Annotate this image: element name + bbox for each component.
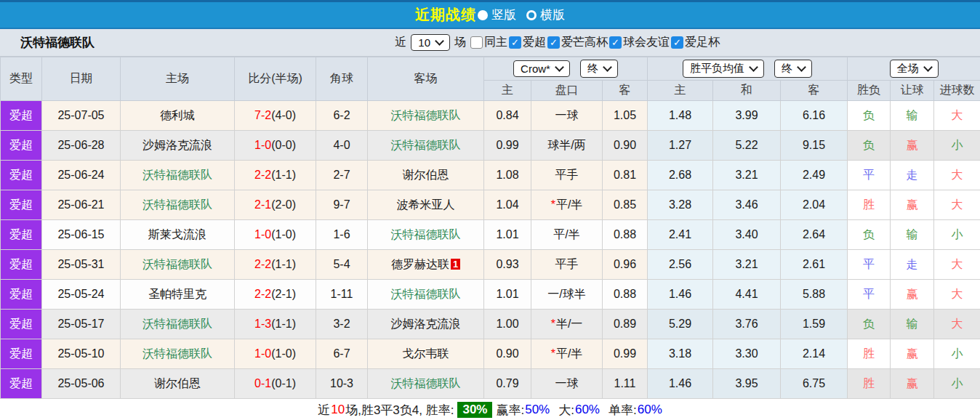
filter-checkbox-checked[interactable]: ✓	[671, 36, 683, 49]
handicap-result-text: 输	[907, 228, 918, 241]
filter-checkbox-label[interactable]: 爱芒高杯	[561, 35, 608, 50]
filter-checkbox-checked[interactable]: ✓	[547, 36, 560, 49]
subheader-asia-home: 主	[484, 81, 531, 101]
europe-odds-time-select[interactable]: 终	[774, 60, 812, 78]
handicap-away-odds-cell: 0.85	[603, 190, 648, 220]
handicap-result-text: 走	[907, 169, 918, 181]
team-name-text: 沃特福德联队	[391, 139, 461, 151]
handicap-home-odds-cell: 0.99	[484, 131, 531, 161]
avg-draw-odds-cell: 3.21	[713, 161, 781, 190]
handicap-line-text: 平/半	[556, 347, 582, 360]
handicap-result-cell: 赢	[891, 280, 934, 310]
europe-odds-time-value: 终	[782, 62, 792, 76]
scope-select-value: 全场	[897, 62, 919, 76]
scope-select[interactable]: 全场	[890, 60, 939, 78]
match-result-text: 负	[863, 228, 875, 241]
handicap-result-cell: 赢	[891, 131, 934, 161]
chevron-down-icon	[923, 62, 933, 72]
match-result-text: 负	[863, 318, 875, 330]
subheader-europe-draw: 和	[713, 81, 781, 101]
date-cell: 25-05-17	[42, 310, 121, 339]
fulltime-score: 2-2	[254, 258, 271, 270]
team-name-text: 沙姆洛克流浪	[142, 139, 212, 151]
away-team-cell: 沃特福德联队	[368, 101, 484, 131]
fulltime-score: 1-3	[254, 318, 271, 330]
handicap-away-odds-cell: 0.88	[603, 220, 648, 250]
filter-checkbox-label[interactable]: 球会友谊	[623, 35, 670, 50]
goals-result-text: 大	[952, 258, 963, 270]
score-cell: 1-0(1-0)	[235, 220, 316, 250]
away-team-cell: 沃特福德联队	[368, 369, 484, 399]
halftime-score: (1-1)	[271, 258, 296, 270]
handicap-result-text: 赢	[907, 198, 918, 211]
handicap-line-cell: *平/半	[531, 339, 603, 369]
win-odds-label: 赢率:	[496, 402, 524, 419]
result-group-header: 全场	[848, 57, 980, 81]
score-cell: 1-3(1-1)	[235, 310, 316, 339]
filter-checkbox-unchecked[interactable]	[470, 36, 483, 49]
match-row: 爱超25-05-24圣帕特里克2-2(2-1)1-11沃特福德联队1.01一/球…	[1, 280, 980, 310]
big-label: 大:	[558, 402, 574, 419]
vertical-layout-radio[interactable]	[478, 10, 488, 20]
handicap-away-odds-cell: 0.81	[603, 161, 648, 190]
match-result-text: 平	[863, 258, 875, 270]
avg-home-odds-cell: 2.68	[648, 161, 713, 190]
team-name: 沃特福德联队	[20, 34, 95, 51]
goals-result-text: 小	[952, 347, 963, 360]
chevron-down-icon	[603, 62, 612, 72]
filter-checkbox-checked[interactable]: ✓	[509, 36, 521, 49]
away-team-cell: 沃特福德联队	[368, 131, 484, 161]
handicap-line-text: 平/半	[553, 228, 579, 241]
filter-checkbox-label[interactable]: 同主	[484, 35, 507, 50]
away-team-cell: 沃特福德联队	[368, 280, 484, 310]
handicap-result-cell: 输	[891, 101, 934, 131]
rounds-select-value: 10	[418, 36, 430, 49]
avg-home-odds-cell: 1.27	[648, 131, 713, 161]
goals-result-cell: 大	[934, 250, 980, 280]
handicap-home-odds-cell: 1.00	[484, 310, 531, 339]
halftime-score: (1-1)	[271, 169, 296, 181]
summary-detail: 场,胜3平3负4, 胜率:	[345, 402, 454, 419]
fulltime-score: 0-1	[254, 377, 271, 389]
avg-home-odds-cell: 2.41	[648, 220, 713, 250]
asia-odds-time-value: 终	[587, 62, 598, 76]
handicap-away-odds-cell: 0.90	[603, 131, 648, 161]
halftime-score: (1-0)	[271, 228, 296, 241]
corner-cell: 3-2	[316, 310, 368, 339]
horizontal-layout-radio[interactable]	[526, 10, 537, 20]
match-row: 爱超25-06-28沙姆洛克流浪1-0(0-0)4-0沃特福德联队0.99球半/…	[1, 131, 980, 161]
handicap-away-odds-cell: 0.96	[603, 250, 648, 280]
goals-result-cell: 大	[934, 101, 980, 131]
asia-odds-time-select[interactable]: 终	[580, 60, 618, 78]
date-cell: 25-07-05	[42, 101, 121, 131]
fulltime-score: 2-2	[254, 169, 271, 181]
handicap-away-odds-cell: 0.99	[603, 339, 648, 369]
bookmaker-select[interactable]: Crow*	[513, 60, 570, 77]
filter-checkbox-label[interactable]: 爱足杯	[685, 35, 720, 50]
filter-checkbox-label[interactable]: 爱超	[523, 35, 546, 50]
halftime-score: (2-1)	[271, 288, 296, 300]
avg-draw-odds-cell: 3.21	[713, 250, 781, 280]
avg-draw-odds-cell: 3.30	[713, 339, 781, 369]
avg-draw-odds-cell: 4.41	[713, 280, 781, 310]
date-cell: 25-06-24	[42, 161, 121, 190]
avg-away-odds-cell: 2.64	[781, 220, 848, 250]
europe-avg-select[interactable]: 胜平负均值	[683, 60, 764, 78]
fulltime-score: 1-0	[254, 347, 271, 360]
avg-away-odds-cell: 2.49	[781, 161, 848, 190]
league-cell: 爱超	[1, 369, 42, 399]
vertical-layout-label[interactable]: 竖版	[491, 7, 516, 23]
rounds-select[interactable]: 10	[411, 34, 450, 51]
avg-away-odds-cell: 6.75	[781, 369, 848, 399]
filter-checkbox-checked[interactable]: ✓	[609, 36, 622, 49]
avg-away-odds-cell: 2.14	[781, 339, 848, 369]
match-result-cell: 平	[848, 250, 891, 280]
fulltime-score: 7-2	[254, 109, 271, 121]
corner-cell: 9-7	[316, 190, 368, 220]
league-cell: 爱超	[1, 220, 42, 250]
fulltime-score: 2-2	[254, 288, 271, 300]
match-row: 爱超25-06-24沃特福德联队2-2(1-1)2-7谢尔伯恩1.08平手0.8…	[1, 161, 980, 190]
horizontal-layout-label[interactable]: 横版	[540, 7, 565, 23]
handicap-line-cell: 平/半	[531, 220, 603, 250]
halftime-score: (2-0)	[271, 198, 296, 211]
